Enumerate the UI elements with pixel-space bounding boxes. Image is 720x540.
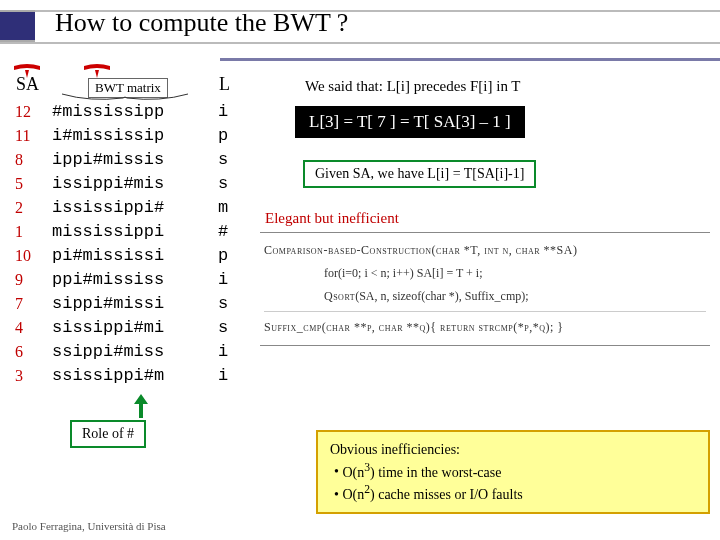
formula-highlight-box: L[3] = T[ 7 ] = T[ SA[3] – 1 ] xyxy=(295,106,525,138)
sa-header: SA xyxy=(16,74,39,95)
code-line: Qsort(SA, n, sizeof(char *), Suffix_cmp)… xyxy=(264,285,706,308)
title-rule-bottom xyxy=(0,42,720,44)
formula-box: Given SA, we have L[i] = T[SA[i]-1] xyxy=(303,160,536,188)
inefficiencies-title: Obvious inefficiencies: xyxy=(330,440,696,460)
l-header: L xyxy=(219,74,230,95)
role-of-hash-box: Role of # xyxy=(70,420,146,448)
code-line: for(i=0; i < n; i++) SA[i] = T + i; xyxy=(264,262,706,285)
code-listing: Comparison-based-Construction(char *T, i… xyxy=(260,232,710,346)
page-title: How to compute the BWT ? xyxy=(55,8,348,38)
inefficiencies-box: Obvious inefficiencies: O(n3) time in th… xyxy=(316,430,710,514)
title-underline xyxy=(220,58,720,61)
footer-credit: Paolo Ferragina, Università di Pisa xyxy=(12,520,166,532)
l-column: i p s s m # p i s s i i xyxy=(218,100,228,388)
title-accent-block xyxy=(0,10,35,42)
code-cmp: Suffix_cmp(char **p, char **q){ return s… xyxy=(264,320,564,334)
inefficiency-item: O(n2) cache misses or I/O faults xyxy=(334,482,696,504)
arrow-up-icon xyxy=(130,392,152,420)
we-said-text: We said that: L[i] precedes F[i] in T xyxy=(305,78,521,95)
sa-column: 12 11 8 5 2 1 10 9 7 4 6 3 xyxy=(15,100,31,388)
bwt-matrix-column: #mississipp i#mississip ippi#missis issi… xyxy=(52,100,164,388)
title-bar: How to compute the BWT ? xyxy=(0,10,720,58)
code-fn-name: Comparison-based-Construction(char *T, i… xyxy=(264,243,577,257)
elegant-text: Elegant but inefficient xyxy=(265,210,399,227)
inefficiency-item: O(n3) time in the worst-case xyxy=(334,460,696,482)
